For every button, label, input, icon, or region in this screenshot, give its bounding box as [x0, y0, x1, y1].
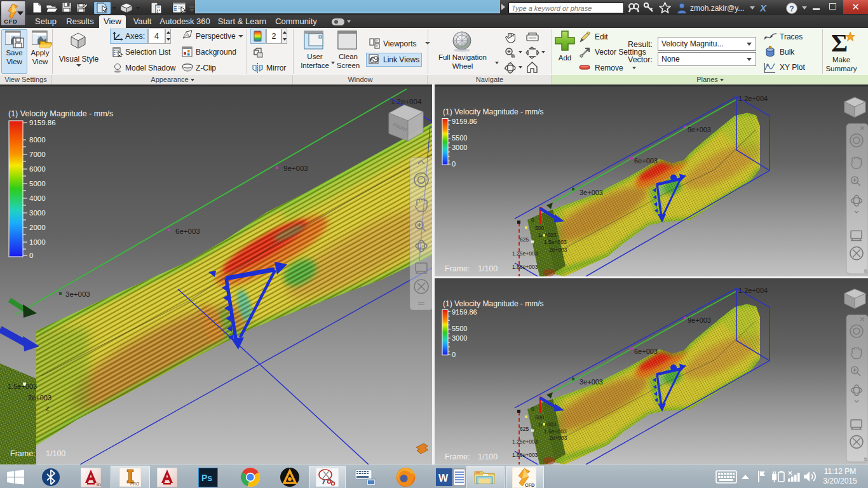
svg-text:7000: 7000 — [29, 151, 46, 158]
svg-text:?: ? — [789, 4, 794, 13]
svg-text:8000: 8000 — [29, 136, 46, 144]
svg-text:1/100: 1/100 — [46, 449, 65, 458]
svg-text:1000: 1000 — [29, 238, 46, 246]
svg-text:9159.86: 9159.86 — [29, 119, 56, 126]
svg-text:1.5e+003: 1.5e+003 — [8, 383, 37, 390]
svg-text:5000: 5000 — [29, 180, 46, 187]
svg-text:3e+003: 3e+003 — [65, 290, 90, 298]
svg-text:0: 0 — [29, 252, 33, 259]
svg-text:6000: 6000 — [29, 165, 46, 173]
svg-text:(1) Velocity Magnitude - mm/s: (1) Velocity Magnitude - mm/s — [8, 109, 113, 118]
svg-text:9e+003: 9e+003 — [283, 165, 308, 172]
svg-text:2000: 2000 — [29, 224, 46, 231]
svg-text:Frame:: Frame: — [10, 449, 36, 458]
svg-text:6e+003: 6e+003 — [175, 227, 200, 235]
svg-text:2e+003: 2e+003 — [28, 394, 51, 402]
svg-text:4000: 4000 — [29, 194, 46, 202]
svg-text:z: z — [46, 404, 50, 412]
svg-text:3000: 3000 — [29, 209, 46, 217]
